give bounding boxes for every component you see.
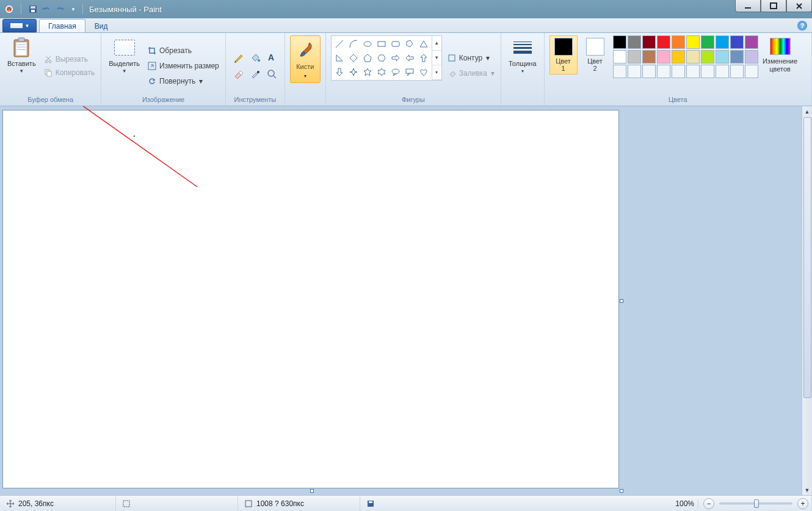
zoom-in-button[interactable]: + [797,498,808,509]
minimize-button[interactable] [735,0,761,12]
shape-heart[interactable] [417,65,430,79]
eyedropper-tool[interactable] [247,66,263,82]
color-swatch[interactable] [686,50,700,63]
fill-tool[interactable] [247,49,263,65]
color2-button[interactable]: Цвет 2 [581,35,609,74]
custom-color-slot[interactable] [613,65,626,78]
close-button[interactable] [786,0,812,12]
thickness-button[interactable]: Толщина ▾ [506,35,539,96]
color-swatch[interactable] [686,35,700,49]
shape-diamond[interactable] [347,51,360,65]
paste-button[interactable]: Вставить ▼ [5,35,38,96]
shape-callout-rect[interactable] [403,65,416,79]
custom-color-slot[interactable] [745,65,758,78]
shape-pentagon[interactable] [361,51,374,65]
cut-button[interactable]: Вырезать [42,53,96,66]
pencil-tool[interactable] [231,49,247,65]
shape-hexagon[interactable] [375,51,388,65]
shape-star6[interactable] [375,65,388,79]
shape-rect[interactable] [375,37,388,51]
custom-color-slot[interactable] [701,65,714,78]
color-swatch[interactable] [642,50,656,63]
color-swatch[interactable] [745,50,758,63]
canvas[interactable] [2,110,619,488]
magnifier-tool[interactable] [264,66,280,82]
custom-color-slot[interactable] [730,65,744,78]
rotate-button[interactable]: Повернуть ▾ [146,74,220,88]
shapes-expand[interactable]: ▾ [432,65,441,80]
color-swatch[interactable] [701,50,714,63]
text-tool[interactable]: A [264,49,280,65]
maximize-button[interactable] [761,0,786,12]
status-bar: 205, 36пкс 1008 ? 630пкс 100% − + [0,495,812,511]
shape-roundrect[interactable] [389,37,402,51]
shapes-scroll-down[interactable]: ▼ [432,51,441,65]
select-button[interactable]: Выделить ▼ [106,35,142,96]
shape-triangle[interactable] [417,37,430,51]
custom-color-slot[interactable] [686,65,700,78]
vertical-scrollbar[interactable]: ▲ ▼ [802,106,812,495]
shape-star5[interactable] [361,65,374,79]
eraser-tool[interactable] [231,66,247,82]
shape-line[interactable] [333,37,346,51]
outline-button[interactable]: Контур▾ [446,51,496,65]
scroll-down-button[interactable]: ▼ [802,485,812,495]
shape-star4[interactable] [347,65,360,79]
zoom-slider[interactable] [719,502,792,505]
shape-arrow-left[interactable] [403,51,416,65]
brushes-button[interactable]: Кисти ▾ [290,35,321,83]
fill-button[interactable]: Заливка▾ [446,67,496,80]
color-swatch[interactable] [716,50,729,63]
shape-polygon[interactable] [403,37,416,51]
color-swatch[interactable] [672,50,685,63]
edit-colors-button[interactable]: Изменение цветов [762,35,799,73]
color-swatch[interactable] [657,50,670,63]
shape-arrow-down[interactable] [333,65,346,79]
help-button[interactable]: ? [797,21,807,31]
shape-oval[interactable] [361,37,374,51]
tab-view[interactable]: Вид [85,19,117,32]
shape-arrow-up[interactable] [417,51,430,65]
scroll-up-button[interactable]: ▲ [802,106,812,117]
shapes-gallery[interactable]: ▲ ▼ ▾ [331,35,442,81]
color-swatch[interactable] [613,35,626,49]
color-swatch[interactable] [613,50,626,63]
color-swatch[interactable] [657,35,670,49]
file-menu[interactable]: ▼ [2,19,37,32]
scroll-thumb[interactable] [803,117,811,398]
zoom-out-button[interactable]: − [703,498,714,509]
resize-handle-bottom[interactable] [310,489,314,493]
shapes-scroll-up[interactable]: ▲ [432,36,441,51]
save-icon[interactable] [27,4,38,15]
color-swatch[interactable] [672,35,685,49]
color-swatch[interactable] [628,50,641,63]
copy-button[interactable]: Копировать [42,66,96,79]
shape-right-triangle[interactable] [333,51,346,65]
canvas-viewport[interactable] [0,106,802,495]
custom-color-slot[interactable] [657,65,670,78]
color-swatch[interactable] [730,35,744,49]
color-swatch[interactable] [642,35,656,49]
custom-color-slot[interactable] [716,65,729,78]
color1-button[interactable]: Цвет 1 [549,35,578,74]
undo-icon[interactable] [41,4,52,15]
tab-home[interactable]: Главная [39,19,85,32]
custom-color-slot[interactable] [672,65,685,78]
shape-curve[interactable] [347,37,360,51]
color-swatch[interactable] [716,35,729,49]
redo-icon[interactable] [54,4,65,15]
crop-button[interactable]: Обрезать [146,44,220,57]
resize-handle-right[interactable] [620,299,623,303]
resize-handle-corner[interactable] [620,489,623,493]
zoom-slider-thumb[interactable] [754,499,759,508]
shape-arrow-right[interactable] [389,51,402,65]
color-swatch[interactable] [730,50,744,63]
custom-color-slot[interactable] [628,65,641,78]
resize-button[interactable]: Изменить размер [146,59,220,73]
color-swatch[interactable] [701,35,714,49]
color-swatch[interactable] [628,35,641,49]
shape-callout-round[interactable] [389,65,402,79]
color-swatch[interactable] [745,35,758,49]
custom-color-slot[interactable] [642,65,656,78]
qat-dropdown-icon[interactable]: ▼ [68,4,79,15]
